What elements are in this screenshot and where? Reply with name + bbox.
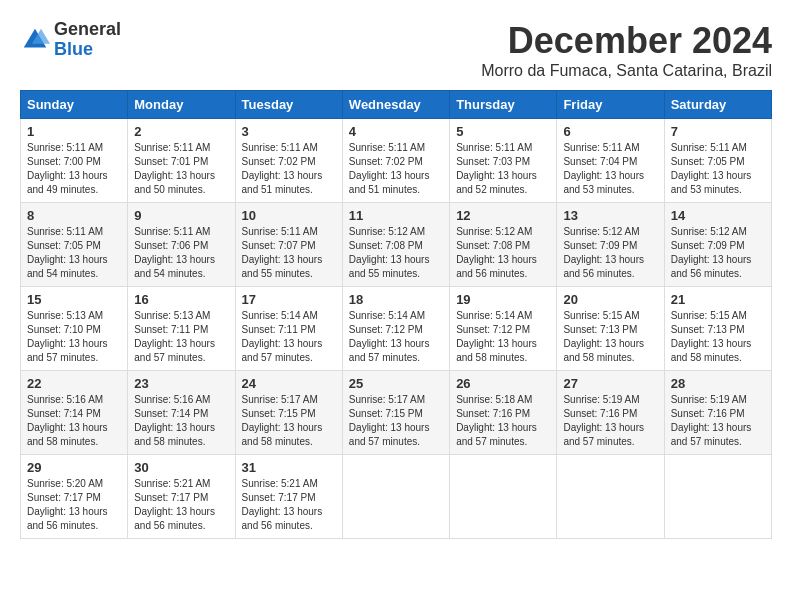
table-cell: 16 Sunrise: 5:13 AM Sunset: 7:11 PM Dayl… bbox=[128, 287, 235, 371]
sunset-label: Sunset: 7:01 PM bbox=[134, 156, 208, 167]
table-cell: 31 Sunrise: 5:21 AM Sunset: 7:17 PM Dayl… bbox=[235, 455, 342, 539]
daylight-minutes: and 54 minutes. bbox=[27, 268, 98, 279]
table-cell: 30 Sunrise: 5:21 AM Sunset: 7:17 PM Dayl… bbox=[128, 455, 235, 539]
day-number: 7 bbox=[671, 124, 765, 139]
daylight-minutes: and 56 minutes. bbox=[563, 268, 634, 279]
sunrise-label: Sunrise: 5:14 AM bbox=[242, 310, 318, 321]
sunset-label: Sunset: 7:04 PM bbox=[563, 156, 637, 167]
day-number: 6 bbox=[563, 124, 657, 139]
table-cell bbox=[664, 455, 771, 539]
sunset-label: Sunset: 7:11 PM bbox=[242, 324, 316, 335]
logo: General Blue bbox=[20, 20, 121, 60]
sunset-label: Sunset: 7:05 PM bbox=[27, 240, 101, 251]
col-saturday: Saturday bbox=[664, 91, 771, 119]
daylight-minutes: and 55 minutes. bbox=[242, 268, 313, 279]
daylight-label: Daylight: 13 hours bbox=[563, 422, 644, 433]
table-cell: 27 Sunrise: 5:19 AM Sunset: 7:16 PM Dayl… bbox=[557, 371, 664, 455]
logo-general-text: General bbox=[54, 19, 121, 39]
day-number: 19 bbox=[456, 292, 550, 307]
day-number: 13 bbox=[563, 208, 657, 223]
daylight-minutes: and 58 minutes. bbox=[27, 436, 98, 447]
day-number: 20 bbox=[563, 292, 657, 307]
week-row-5: 29 Sunrise: 5:20 AM Sunset: 7:17 PM Dayl… bbox=[21, 455, 772, 539]
daylight-minutes: and 57 minutes. bbox=[134, 352, 205, 363]
day-number: 1 bbox=[27, 124, 121, 139]
table-cell bbox=[557, 455, 664, 539]
sunrise-label: Sunrise: 5:15 AM bbox=[563, 310, 639, 321]
daylight-label: Daylight: 13 hours bbox=[242, 506, 323, 517]
sunrise-label: Sunrise: 5:17 AM bbox=[349, 394, 425, 405]
sunrise-label: Sunrise: 5:11 AM bbox=[27, 226, 103, 237]
daylight-minutes: and 51 minutes. bbox=[242, 184, 313, 195]
daylight-label: Daylight: 13 hours bbox=[671, 422, 752, 433]
day-number: 22 bbox=[27, 376, 121, 391]
daylight-minutes: and 57 minutes. bbox=[563, 436, 634, 447]
daylight-label: Daylight: 13 hours bbox=[242, 338, 323, 349]
daylight-minutes: and 56 minutes. bbox=[134, 520, 205, 531]
title-area: December 2024 Morro da Fumaca, Santa Cat… bbox=[481, 20, 772, 80]
daylight-label: Daylight: 13 hours bbox=[456, 338, 537, 349]
sunset-label: Sunset: 7:00 PM bbox=[27, 156, 101, 167]
day-number: 23 bbox=[134, 376, 228, 391]
day-info: Sunrise: 5:11 AM Sunset: 7:05 PM Dayligh… bbox=[671, 141, 765, 197]
col-monday: Monday bbox=[128, 91, 235, 119]
daylight-label: Daylight: 13 hours bbox=[563, 338, 644, 349]
sunset-label: Sunset: 7:14 PM bbox=[134, 408, 208, 419]
day-info: Sunrise: 5:11 AM Sunset: 7:01 PM Dayligh… bbox=[134, 141, 228, 197]
sunset-label: Sunset: 7:06 PM bbox=[134, 240, 208, 251]
sunrise-label: Sunrise: 5:11 AM bbox=[671, 142, 747, 153]
day-number: 25 bbox=[349, 376, 443, 391]
daylight-label: Daylight: 13 hours bbox=[27, 422, 108, 433]
day-number: 30 bbox=[134, 460, 228, 475]
day-info: Sunrise: 5:13 AM Sunset: 7:11 PM Dayligh… bbox=[134, 309, 228, 365]
day-info: Sunrise: 5:12 AM Sunset: 7:09 PM Dayligh… bbox=[563, 225, 657, 281]
daylight-minutes: and 58 minutes. bbox=[563, 352, 634, 363]
daylight-label: Daylight: 13 hours bbox=[563, 170, 644, 181]
day-info: Sunrise: 5:12 AM Sunset: 7:08 PM Dayligh… bbox=[456, 225, 550, 281]
daylight-label: Daylight: 13 hours bbox=[27, 170, 108, 181]
daylight-label: Daylight: 13 hours bbox=[456, 422, 537, 433]
table-cell: 2 Sunrise: 5:11 AM Sunset: 7:01 PM Dayli… bbox=[128, 119, 235, 203]
day-number: 3 bbox=[242, 124, 336, 139]
sunrise-label: Sunrise: 5:19 AM bbox=[671, 394, 747, 405]
table-cell: 25 Sunrise: 5:17 AM Sunset: 7:15 PM Dayl… bbox=[342, 371, 449, 455]
sunrise-label: Sunrise: 5:16 AM bbox=[27, 394, 103, 405]
day-number: 10 bbox=[242, 208, 336, 223]
day-info: Sunrise: 5:15 AM Sunset: 7:13 PM Dayligh… bbox=[671, 309, 765, 365]
sunset-label: Sunset: 7:08 PM bbox=[349, 240, 423, 251]
sunset-label: Sunset: 7:14 PM bbox=[27, 408, 101, 419]
daylight-label: Daylight: 13 hours bbox=[456, 170, 537, 181]
table-cell: 13 Sunrise: 5:12 AM Sunset: 7:09 PM Dayl… bbox=[557, 203, 664, 287]
day-info: Sunrise: 5:18 AM Sunset: 7:16 PM Dayligh… bbox=[456, 393, 550, 449]
table-cell: 29 Sunrise: 5:20 AM Sunset: 7:17 PM Dayl… bbox=[21, 455, 128, 539]
sunrise-label: Sunrise: 5:11 AM bbox=[349, 142, 425, 153]
sunset-label: Sunset: 7:16 PM bbox=[456, 408, 530, 419]
col-wednesday: Wednesday bbox=[342, 91, 449, 119]
day-info: Sunrise: 5:11 AM Sunset: 7:02 PM Dayligh… bbox=[242, 141, 336, 197]
day-number: 5 bbox=[456, 124, 550, 139]
day-info: Sunrise: 5:11 AM Sunset: 7:00 PM Dayligh… bbox=[27, 141, 121, 197]
day-info: Sunrise: 5:17 AM Sunset: 7:15 PM Dayligh… bbox=[349, 393, 443, 449]
calendar-table: Sunday Monday Tuesday Wednesday Thursday… bbox=[20, 90, 772, 539]
day-number: 21 bbox=[671, 292, 765, 307]
sunset-label: Sunset: 7:11 PM bbox=[134, 324, 208, 335]
daylight-label: Daylight: 13 hours bbox=[134, 338, 215, 349]
sunrise-label: Sunrise: 5:14 AM bbox=[349, 310, 425, 321]
day-info: Sunrise: 5:11 AM Sunset: 7:03 PM Dayligh… bbox=[456, 141, 550, 197]
daylight-minutes: and 57 minutes. bbox=[349, 352, 420, 363]
day-number: 16 bbox=[134, 292, 228, 307]
day-number: 17 bbox=[242, 292, 336, 307]
table-cell bbox=[450, 455, 557, 539]
table-cell: 1 Sunrise: 5:11 AM Sunset: 7:00 PM Dayli… bbox=[21, 119, 128, 203]
day-number: 18 bbox=[349, 292, 443, 307]
day-number: 28 bbox=[671, 376, 765, 391]
daylight-label: Daylight: 13 hours bbox=[349, 254, 430, 265]
daylight-label: Daylight: 13 hours bbox=[563, 254, 644, 265]
sunset-label: Sunset: 7:05 PM bbox=[671, 156, 745, 167]
table-cell: 22 Sunrise: 5:16 AM Sunset: 7:14 PM Dayl… bbox=[21, 371, 128, 455]
sunrise-label: Sunrise: 5:12 AM bbox=[456, 226, 532, 237]
sunrise-label: Sunrise: 5:21 AM bbox=[134, 478, 210, 489]
location-title: Morro da Fumaca, Santa Catarina, Brazil bbox=[481, 62, 772, 80]
daylight-minutes: and 58 minutes. bbox=[242, 436, 313, 447]
day-info: Sunrise: 5:15 AM Sunset: 7:13 PM Dayligh… bbox=[563, 309, 657, 365]
